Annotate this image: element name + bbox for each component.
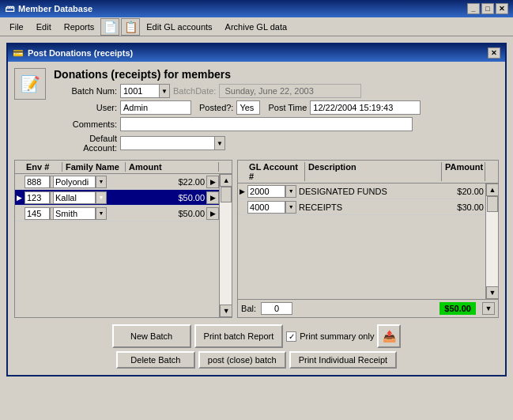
print-summary-area: ✓ Print summary only [286,324,374,348]
scroll-thumb[interactable] [221,187,232,202]
batch-date-label: BatchDate: [173,86,216,96]
menu-edit-gl[interactable]: Edit GL accounts [140,21,218,33]
right-table-header: GL Account # Description PAmount [238,161,498,184]
posted-input[interactable] [236,100,260,115]
maximize-btn[interactable]: □ [481,3,494,14]
nav-btn-2[interactable]: ▶ [206,191,219,204]
col-desc: Description [305,162,442,181]
name-dropdown[interactable]: ▼ [96,207,107,220]
col-amount: Amount [126,162,219,172]
name-input[interactable] [53,207,96,220]
main-area: 💳 Post Donations (receipts) ✕ 📝 Donation… [0,36,513,383]
table-row[interactable]: ▶ ▼ ▼ $50.00 [15,190,219,206]
toolbar-btn-1[interactable]: 📄 [100,18,119,36]
default-account-label: Default Account: [54,134,117,153]
env-input[interactable] [25,191,50,204]
col-gl: GL Account # [246,162,305,181]
table-row[interactable]: ▶ ▼ DESIGNATED FUNDS $20.00 [238,184,485,199]
left-table-body-wrapper: ▼ ▼ $22.00 ▶ [15,174,232,317]
gl-dropdown[interactable]: ▼ [285,201,296,214]
batch-num-label: Batch Num: [54,86,117,96]
default-account-input[interactable] [120,136,215,150]
menu-bar: File Edit Reports 📄 📋 Edit GL accounts A… [0,17,513,36]
icon-action-btn[interactable]: 📤 [377,324,401,348]
default-account-dropdown[interactable]: ▼ [214,136,225,150]
menu-archive-gl[interactable]: Archive GL data [219,21,293,33]
user-label: User: [54,103,117,112]
col-env: Env # [23,162,62,172]
new-batch-button[interactable]: New Batch [112,324,191,348]
bottom-section: New Batch Print batch Report ✓ Print sum… [14,324,499,369]
batch-num-field: ▼ [120,84,170,98]
menu-edit[interactable]: Edit [30,21,58,33]
toolbar-btn-2[interactable]: 📋 [121,18,140,36]
comments-input[interactable] [120,117,413,131]
bal-scroll-btn[interactable]: ▼ [482,302,495,315]
batch-row: Batch Num: ▼ BatchDate: Sunday, June 22,… [54,84,499,98]
user-input[interactable] [120,100,191,115]
tables-section: Env # Family Name Amount ▼ [14,160,499,318]
left-table-body: ▼ ▼ $22.00 ▶ [15,174,219,317]
delete-batch-button[interactable]: Delete Batch [116,351,195,369]
batch-num-dropdown[interactable]: ▼ [159,84,170,98]
env-input[interactable] [25,176,50,188]
scroll-thumb[interactable] [487,196,498,212]
print-summary-label: Print summary only [300,331,374,341]
right-table-body: ▶ ▼ DESIGNATED FUNDS $20.00 [238,184,485,299]
name-dropdown[interactable]: ▼ [96,176,107,188]
scroll-track [486,196,498,286]
close-btn[interactable]: ✕ [496,3,508,14]
left-table: Env # Family Name Amount ▼ [14,160,232,318]
batch-date-value: Sunday, June 22, 2003 [219,84,361,98]
table-row[interactable]: ▼ ▼ $50.00 ▶ [15,206,219,221]
title-bar: 🗃 Member Database _ □ ✕ [0,0,513,17]
nav-btn-3[interactable]: ▶ [206,207,219,220]
table-row[interactable]: ▼ RECEIPTS $30.00 [238,199,485,215]
dialog-header: 📝 Donations (receipts) for members Batch… [14,68,499,155]
left-table-header: Env # Family Name Amount [15,161,232,174]
post-close-batch-button[interactable]: post (close) batch [198,351,286,369]
scroll-up-btn[interactable]: ▲ [220,174,232,187]
menu-reports[interactable]: Reports [58,21,101,33]
scroll-down-btn[interactable]: ▼ [486,286,498,299]
scroll-up-btn[interactable]: ▲ [486,184,498,196]
env-input[interactable] [25,207,50,220]
scroll-down-btn[interactable]: ▼ [220,305,232,317]
balance-row: Bal: $50.00 ▼ [238,299,498,317]
gl-input[interactable] [247,201,285,214]
print-batch-report-button[interactable]: Print batch Report [194,324,284,348]
post-time-label: Post Time [268,103,307,112]
post-time-input[interactable] [310,100,421,115]
table-row[interactable]: ▼ ▼ $22.00 ▶ [15,174,219,190]
header-doc-icon: 📝 [14,68,46,100]
print-summary-checkbox[interactable]: ✓ [286,331,296,342]
dialog-title-text: Post Donations (receipts) [28,48,133,58]
batch-num-input[interactable] [120,84,160,98]
dialog-title-bar: 💳 Post Donations (receipts) ✕ [8,44,505,62]
gl-input[interactable] [247,185,285,198]
gl-dropdown[interactable]: ▼ [285,185,296,198]
right-table: GL Account # Description PAmount ▶ [237,160,499,318]
menu-file[interactable]: File [3,21,30,33]
comments-label: Comments: [54,119,117,129]
name-dropdown[interactable]: ▼ [96,191,107,204]
scroll-track [220,187,232,305]
name-input[interactable] [53,176,96,188]
name-input[interactable] [53,191,96,204]
posted-label: Posted?: [199,103,233,112]
default-account-field: ▼ [120,136,225,150]
title-bar-buttons: _ □ ✕ [467,3,508,14]
right-table-body-wrapper: ▶ ▼ DESIGNATED FUNDS $20.00 [238,184,498,299]
print-individual-button[interactable]: Print Individual Receipt [289,351,398,369]
app-icon: 🗃 [5,3,14,14]
bal-label: Bal: [241,304,256,313]
minimize-btn[interactable]: _ [467,3,480,14]
dialog-body: 📝 Donations (receipts) for members Batch… [8,62,505,375]
bal-input[interactable] [261,302,292,315]
dialog-close-btn[interactable]: ✕ [488,47,500,59]
left-table-scrollbar[interactable]: ▲ ▼ [219,174,232,317]
nav-btn-1[interactable]: ▶ [206,176,219,188]
col-pamount: PAmount [442,162,485,181]
user-row: User: Posted?: Post Time [54,100,499,115]
right-table-scrollbar[interactable]: ▲ ▼ [485,184,498,299]
